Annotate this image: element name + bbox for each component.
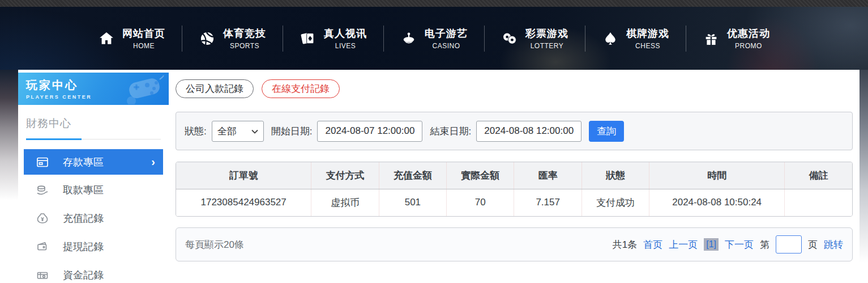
nav-label-en: SPORTS [223,42,266,50]
nav-label-zh: 电子游艺 [425,27,468,40]
sidebar-item-deposit[interactable]: 存款專區 › [24,149,163,175]
page-prefix-label: 第 [760,238,769,251]
cell-payment-method: 虚拟币 [311,189,379,216]
column-header-recharge-amount: 充值金額 [379,162,446,189]
sidebar-item-withdrawal-records[interactable]: 提現記錄 [18,233,169,261]
nav-label-zh: 真人视讯 [324,27,367,40]
sidebar-item-label: 取款專區 [63,183,104,197]
nav-item-lives[interactable]: 真人视讯 LIVES [283,27,383,50]
status-select[interactable]: 全部 [212,121,264,142]
filter-panel: 狀態: 全部 開始日期: 結束日期: 查詢 [176,112,853,150]
nav-item-lottery[interactable]: 彩票游戏 LOTTERY [485,27,585,50]
top-dark-strip [0,0,868,7]
status-select-value: 全部 [217,125,237,138]
column-header-time: 時間 [649,162,785,189]
nav-item-casino[interactable]: 电子游艺 CASINO [384,27,484,50]
first-page-link[interactable]: 首页 [643,238,662,251]
per-page-text: 每頁顯示20條 [185,238,244,251]
prev-page-link[interactable]: 上一页 [669,238,698,251]
main-navbar: 网站首页 HOME 体育竞技 SPORTS 真人视讯 [0,7,868,70]
hand-coins-icon [36,183,49,197]
nav-label-en: HOME [122,42,165,50]
nav-label: 真人视讯 LIVES [324,27,367,50]
tab-company-deposit-records[interactable]: 公司入款記錄 [176,79,254,98]
wallet-icon [36,240,49,254]
background-left-edge [0,70,18,200]
jump-link[interactable]: 跳转 [824,238,843,251]
nav-label: 棋牌游戏 CHESS [626,27,669,50]
nav-label-zh: 彩票游戏 [525,27,568,40]
gift-icon [703,30,720,47]
finance-section: 財務中心 [18,105,169,140]
nav-label-en: CASINO [425,42,468,50]
sidebar-item-label: 提現記錄 [63,240,104,254]
column-header-order-no: 訂單號 [176,162,311,189]
spinning-top-icon [400,30,417,47]
nav-label: 网站首页 HOME [122,27,165,50]
nav-label-en: LOTTERY [525,42,568,50]
sidebar-item-label: 充值記錄 [63,212,104,225]
cell-status: 支付成功 [581,189,649,216]
pager-controls: 共1条 首页 上一页 [1] 下一页 第 页 跳转 [613,235,843,254]
nav-label-zh: 优惠活动 [727,27,770,40]
pagination-bar: 每頁顯示20條 共1条 首页 上一页 [1] 下一页 第 页 跳转 [176,227,853,261]
nav-label: 优惠活动 PROMO [727,27,770,50]
lottery-balls-icon [501,30,518,47]
nav-item-sports[interactable]: 体育竞技 SPORTS [182,27,283,50]
records-table: 訂單號 支付方式 充值金額 實際金額 匯率 狀態 時間 備註 172308542… [176,162,853,217]
end-date-input[interactable] [476,121,581,142]
status-label: 狀態: [185,125,207,138]
spade-icon [602,30,619,47]
tab-online-payment-records[interactable]: 在線支付記錄 [262,79,340,98]
cell-time: 2024-08-08 10:50:24 [649,189,785,216]
nav-label-en: LIVES [324,42,367,50]
nav-item-promo[interactable]: 优惠活动 PROMO [686,27,786,50]
sidebar-header: 玩家中心 PLAYERS CENTER [18,73,169,105]
nav-label-zh: 棋牌游戏 [626,27,669,40]
cell-exchange-rate: 7.157 [514,189,581,216]
total-count: 共1条 [613,238,637,251]
nav-item-chess[interactable]: 棋牌游戏 CHESS [585,27,686,50]
search-button[interactable]: 查詢 [589,121,624,142]
page-number-input[interactable] [776,235,802,254]
sidebar-item-label: 資金記錄 [63,268,104,282]
chevron-down-icon [251,125,258,137]
page-suffix-label: 页 [808,238,818,251]
finance-underline [26,138,161,140]
gamepad-icon [112,75,164,105]
banknote-icon [36,268,49,282]
column-header-payment-method: 支付方式 [311,162,379,189]
nav-list: 网站首页 HOME 体育竞技 SPORTS 真人视讯 [82,26,786,52]
start-date-input[interactable] [317,121,422,142]
cell-order-no: 1723085424963527 [176,189,311,216]
deposit-card-icon [36,155,49,169]
end-date-label: 結束日期: [430,125,471,138]
column-header-remark: 備註 [785,162,852,189]
sidebar-item-withdraw[interactable]: 取款專區 [18,176,169,204]
next-page-link[interactable]: 下一页 [725,238,754,251]
players-center-sidebar: 玩家中心 PLAYERS CENTER 財務中心 [18,73,169,283]
nav-label: 电子游艺 CASINO [425,27,468,50]
cell-actual-amount: 70 [447,189,514,216]
table-row: 1723085424963527 虚拟币 501 70 7.157 支付成功 2… [176,189,852,216]
nav-label-zh: 体育竞技 [223,27,266,40]
main-content: 公司入款記錄 在線支付記錄 狀態: 全部 開始日期: 結束日期: 查詢 訂單號 … [176,73,853,261]
cell-recharge-amount: 501 [379,189,446,216]
nav-label-zh: 网站首页 [122,27,165,40]
sidebar-item-funds-records[interactable]: 資金記錄 [18,261,169,283]
chevron-right-icon: › [151,155,155,168]
column-header-actual-amount: 實際金額 [447,162,514,189]
background-right-edge [860,70,868,263]
nav-label-en: CHESS [626,42,669,50]
start-date-label: 開始日期: [271,125,313,138]
column-header-status: 狀態 [581,162,649,189]
sports-ball-icon [199,30,216,47]
sidebar-item-recharge-records[interactable]: 充值記錄 [18,204,169,233]
nav-item-home[interactable]: 网站首页 HOME [82,27,182,50]
nav-label: 体育竞技 SPORTS [223,27,266,50]
current-page-indicator: [1] [704,238,719,251]
sidebar-menu: 存款專區 › 取款專區 充值記錄 提現記錄 資金記錄 [18,149,169,283]
money-bag-icon [36,212,49,225]
nav-label-en: PROMO [727,42,770,50]
playing-cards-icon [300,30,317,47]
